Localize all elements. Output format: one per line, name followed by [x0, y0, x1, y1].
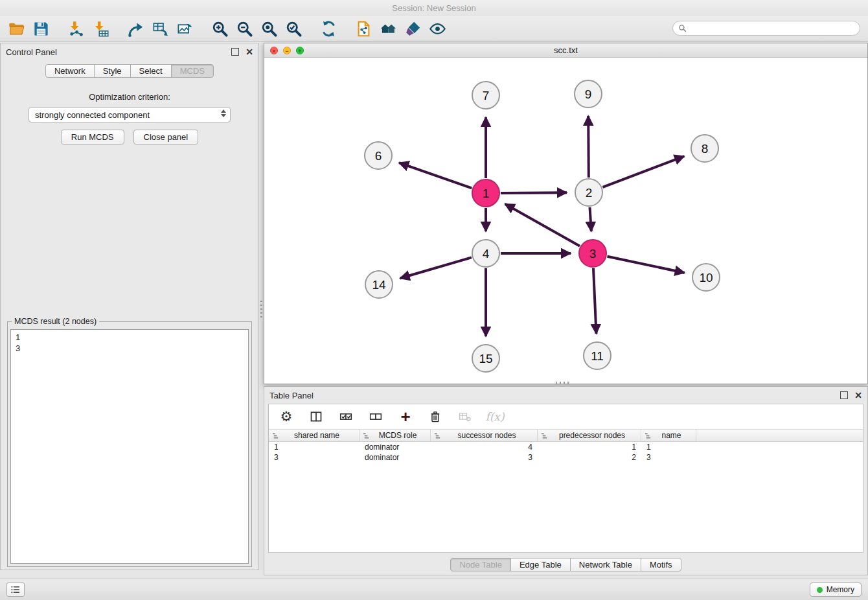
graph-node-14[interactable]: 14: [365, 271, 393, 298]
zoom-selected-button[interactable]: [281, 17, 306, 40]
graph-node-3[interactable]: 3: [579, 240, 606, 267]
delete-table-icon: [459, 410, 472, 423]
graph-node-1[interactable]: 1: [472, 179, 499, 207]
column-header-successor-nodes[interactable]: successor nodes: [431, 430, 538, 441]
search-input[interactable]: [690, 23, 854, 34]
search-box[interactable]: [672, 21, 860, 36]
network-table-icon: [152, 20, 169, 38]
apply-layout-button[interactable]: [316, 17, 341, 40]
show-hide-button[interactable]: [425, 17, 450, 40]
table-cell[interactable]: 2: [538, 452, 641, 463]
table-cell[interactable]: dominator: [360, 442, 431, 452]
table-cell[interactable]: 4: [431, 442, 538, 452]
column-header-mcds-role[interactable]: MCDS role: [360, 430, 431, 441]
svg-text:14: 14: [372, 278, 386, 292]
export-image-button[interactable]: [172, 17, 197, 40]
tab-motifs[interactable]: Motifs: [641, 558, 681, 571]
zoom-out-button[interactable]: [232, 17, 257, 40]
graph-node-11[interactable]: 11: [584, 342, 611, 369]
trash-icon: [429, 410, 442, 423]
edge-1-6[interactable]: [399, 163, 472, 188]
edge-2-8[interactable]: [603, 156, 685, 187]
graph-node-6[interactable]: 6: [365, 142, 392, 169]
open-session-button[interactable]: [4, 17, 29, 40]
home-button[interactable]: [376, 17, 400, 40]
network-canvas[interactable]: 7968124314101511: [264, 58, 867, 384]
close-table-panel-button[interactable]: ✕: [854, 391, 862, 399]
table-cell[interactable]: 1: [269, 442, 360, 452]
table-row[interactable]: 1dominator411: [269, 442, 863, 452]
window-controls: × − +: [270, 47, 304, 54]
import-table-button[interactable]: [88, 17, 113, 40]
svg-text:4: 4: [483, 247, 490, 260]
first-neighbors-button[interactable]: [351, 17, 376, 40]
table-cell[interactable]: 3: [431, 452, 538, 463]
tab-network[interactable]: Network: [45, 64, 95, 78]
edge-3-11[interactable]: [593, 268, 597, 334]
graph-node-10[interactable]: 10: [692, 264, 720, 291]
memory-button[interactable]: Memory: [810, 583, 862, 597]
minimize-window-button[interactable]: −: [283, 47, 291, 54]
edge-2-9[interactable]: [588, 116, 589, 178]
column-header-name[interactable]: name: [641, 430, 696, 441]
close-panel-button[interactable]: ✕: [246, 48, 253, 56]
table-cell[interactable]: 1: [538, 442, 641, 452]
delete-column-button[interactable]: [427, 408, 444, 425]
zoom-selected-icon: [285, 20, 303, 38]
graph-node-8[interactable]: 8: [691, 135, 718, 162]
edge-3-1[interactable]: [505, 204, 580, 246]
save-session-button[interactable]: [29, 17, 53, 40]
column-header-predecessor-nodes[interactable]: predecessor nodes: [538, 430, 641, 441]
edge-3-10[interactable]: [608, 257, 685, 273]
network-table-button[interactable]: [148, 17, 172, 40]
zoom-in-button[interactable]: [207, 17, 232, 40]
edge-2-3[interactable]: [590, 207, 591, 231]
table-cell[interactable]: 3: [269, 452, 360, 463]
float-panel-button[interactable]: [231, 48, 239, 56]
criterion-select[interactable]: strongly connected component: [29, 107, 231, 122]
tab-node-table[interactable]: Node Table: [450, 558, 511, 571]
tab-edge-table[interactable]: Edge Table: [510, 558, 571, 571]
table-settings-button[interactable]: ⚙: [278, 408, 295, 425]
new-network-button[interactable]: [123, 17, 148, 40]
graph-node-9[interactable]: 9: [575, 80, 602, 108]
edge-1-2[interactable]: [501, 192, 567, 193]
network-window-titlebar[interactable]: × − + scc.txt: [264, 43, 867, 58]
graph-node-2[interactable]: 2: [575, 179, 602, 206]
fx-icon: f(x): [485, 410, 504, 423]
graph-node-15[interactable]: 15: [472, 345, 499, 372]
table-row[interactable]: 3dominator323: [269, 452, 863, 463]
table-cell[interactable]: 1: [641, 442, 696, 452]
close-window-button[interactable]: ×: [270, 47, 278, 54]
graph-node-4[interactable]: 4: [472, 240, 499, 267]
table-cell[interactable]: 3: [641, 452, 696, 463]
unselect-all-columns-button[interactable]: [367, 408, 384, 425]
tab-style[interactable]: Style: [94, 64, 131, 78]
tab-select[interactable]: Select: [130, 64, 172, 78]
task-history-button[interactable]: [6, 583, 25, 597]
memory-status-icon: [817, 587, 823, 593]
delete-table-button-disabled: [457, 408, 474, 425]
run-mcds-button[interactable]: Run MCDS: [61, 130, 124, 144]
zoom-fit-button[interactable]: [257, 17, 281, 40]
brush-icon: [404, 20, 422, 38]
import-network-button[interactable]: [63, 17, 88, 40]
zoom-window-button[interactable]: +: [296, 47, 304, 54]
float-table-panel-button[interactable]: [840, 391, 848, 399]
column-header-shared-name[interactable]: shared name: [269, 430, 360, 441]
tab-mcds[interactable]: MCDS: [171, 64, 214, 78]
style-brush-button[interactable]: [400, 17, 425, 40]
table-cell[interactable]: dominator: [360, 452, 431, 463]
edge-4-14[interactable]: [400, 257, 472, 278]
tab-network-table[interactable]: Network Table: [570, 558, 641, 571]
horizontal-splitter-grip[interactable]: [556, 382, 570, 384]
vertical-splitter[interactable]: [259, 43, 264, 570]
select-all-columns-button[interactable]: [337, 408, 354, 425]
graph-node-7[interactable]: 7: [472, 82, 499, 109]
mcds-result-list[interactable]: 1 3: [10, 329, 249, 564]
close-panel-button-mcds[interactable]: Close panel: [133, 130, 199, 144]
create-column-button[interactable]: +: [397, 408, 414, 425]
show-columns-button[interactable]: [308, 408, 325, 425]
window-titlebar[interactable]: Session: New Session: [0, 0, 868, 16]
columns-icon: [310, 410, 323, 423]
